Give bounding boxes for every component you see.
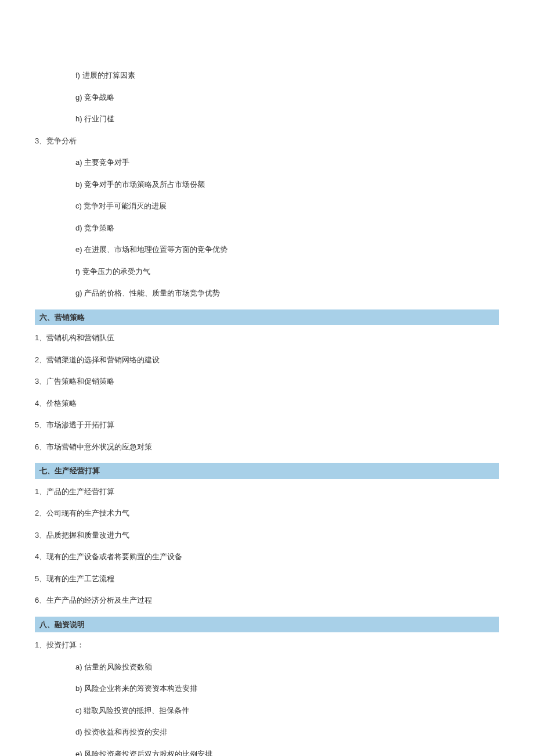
section-7-item-3: 3、品质把握和质量改进力气 xyxy=(35,530,499,541)
section-7-item-5: 5、现有的生产工艺流程 xyxy=(35,573,499,585)
section-6-item-6: 6、市场营销中意外状况的应急对策 xyxy=(35,441,499,453)
section-8-item-1a: a) 估量的风险投资数额 xyxy=(75,661,499,673)
section-6-item-1: 1、营销机构和营销队伍 xyxy=(35,332,499,344)
section-8-header: 八、融资说明 xyxy=(35,617,499,633)
section-6-header: 六、营销策略 xyxy=(35,309,499,326)
list-item-3g: g) 产品的价格、性能、质量的市场竞争优势 xyxy=(75,287,499,299)
section-6-item-3: 3、广告策略和促销策略 xyxy=(35,376,499,387)
section-7-item-2: 2、公司现有的生产技术力气 xyxy=(35,507,499,519)
section-6-item-2: 2、营销渠道的选择和营销网络的建设 xyxy=(35,354,499,366)
list-item-3e: e) 在进展、市场和地理位置等方面的竞争优势 xyxy=(75,244,499,255)
section-6-item-5: 5、市场渗透于开拓打算 xyxy=(35,419,499,431)
section-8-item-1d: d) 投资收益和再投资的安排 xyxy=(75,726,499,738)
section-7-item-1: 1、产品的生产经营打算 xyxy=(35,486,499,498)
list-item-f: f) 进展的打算因素 xyxy=(75,70,499,81)
section-8-item-1e: e) 风险投资者投资后双方股权的比例安排 xyxy=(75,748,499,757)
list-item-h: h) 行业门槛 xyxy=(75,113,499,125)
list-item-g: g) 竞争战略 xyxy=(75,92,499,103)
list-item-3a: a) 主要竞争对手 xyxy=(75,157,499,168)
list-item-3b: b) 竞争对手的市场策略及所占市场份额 xyxy=(75,179,499,190)
list-item-3f: f) 竞争压力的承受力气 xyxy=(75,266,499,278)
section-8-item-1c: c) 猎取风险投资的抵押、担保条件 xyxy=(75,705,499,717)
list-item-3c: c) 竞争对手可能消灭的进展 xyxy=(75,200,499,212)
section-8-item-1b: b) 风险企业将来的筹资资本构造安排 xyxy=(75,683,499,694)
section-7-item-6: 6、生产产品的经济分析及生产过程 xyxy=(35,595,499,606)
section-7-item-4: 4、现有的生产设备或者将要购置的生产设备 xyxy=(35,551,499,563)
list-item-3-title: 3、竞争分析 xyxy=(35,135,499,147)
list-item-3d: d) 竞争策略 xyxy=(75,222,499,234)
section-6-item-4: 4、价格策略 xyxy=(35,398,499,409)
section-7-header: 七、生产经营打算 xyxy=(35,463,499,479)
section-8-item-1-title: 1、投资打算： xyxy=(35,639,499,651)
